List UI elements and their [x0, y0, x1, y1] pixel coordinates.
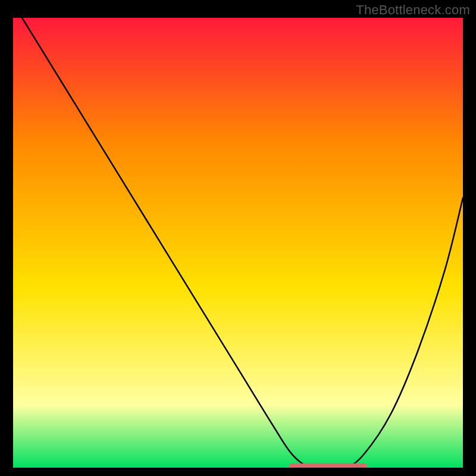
- watermark-text: TheBottleneck.com: [356, 2, 470, 18]
- plot-area: [13, 18, 463, 468]
- plot-background: [13, 18, 463, 468]
- plot-svg: [13, 18, 463, 468]
- chart-container: TheBottleneck.com: [0, 0, 476, 476]
